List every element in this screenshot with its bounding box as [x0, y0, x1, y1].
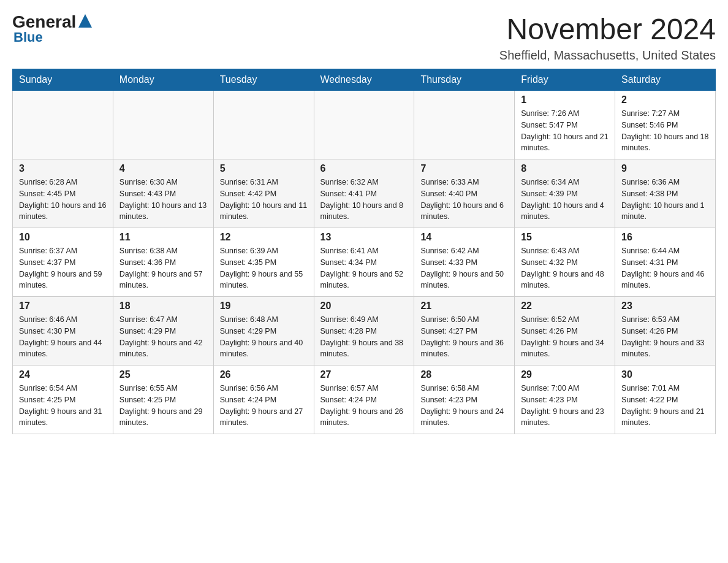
day-number: 29: [521, 369, 609, 380]
calendar-cell: [414, 91, 515, 159]
logo-triangle-icon: [78, 14, 92, 30]
day-number: 18: [119, 301, 207, 312]
calendar-week-row: 24Sunrise: 6:54 AMSunset: 4:25 PMDayligh…: [13, 366, 716, 434]
calendar-header-sunday: Sunday: [13, 69, 113, 91]
calendar-header-tuesday: Tuesday: [213, 69, 314, 91]
day-info: Sunrise: 6:44 AMSunset: 4:31 PMDaylight:…: [621, 245, 709, 291]
day-info: Sunrise: 6:49 AMSunset: 4:28 PMDaylight:…: [320, 314, 408, 360]
day-number: 17: [19, 301, 107, 312]
calendar-cell: 5Sunrise: 6:31 AMSunset: 4:42 PMDaylight…: [213, 159, 314, 228]
day-number: 11: [119, 232, 207, 243]
calendar-table: SundayMondayTuesdayWednesdayThursdayFrid…: [12, 69, 716, 434]
day-info: Sunrise: 6:56 AMSunset: 4:24 PMDaylight:…: [220, 383, 308, 429]
day-info: Sunrise: 6:50 AMSunset: 4:27 PMDaylight:…: [420, 314, 508, 360]
calendar-week-row: 10Sunrise: 6:37 AMSunset: 4:37 PMDayligh…: [13, 228, 716, 297]
calendar-cell: 3Sunrise: 6:28 AMSunset: 4:45 PMDaylight…: [13, 159, 113, 228]
logo-blue-text: Blue: [13, 29, 43, 45]
calendar-week-row: 3Sunrise: 6:28 AMSunset: 4:45 PMDaylight…: [13, 159, 716, 228]
day-info: Sunrise: 6:57 AMSunset: 4:24 PMDaylight:…: [320, 383, 408, 429]
day-info: Sunrise: 6:55 AMSunset: 4:25 PMDaylight:…: [119, 383, 207, 429]
day-number: 14: [420, 232, 508, 243]
calendar-cell: 4Sunrise: 6:30 AMSunset: 4:43 PMDaylight…: [113, 159, 213, 228]
day-info: Sunrise: 6:43 AMSunset: 4:32 PMDaylight:…: [521, 245, 609, 291]
day-number: 13: [320, 232, 408, 243]
day-info: Sunrise: 6:36 AMSunset: 4:38 PMDaylight:…: [621, 177, 709, 223]
day-info: Sunrise: 6:37 AMSunset: 4:37 PMDaylight:…: [19, 245, 107, 291]
calendar-week-row: 17Sunrise: 6:46 AMSunset: 4:30 PMDayligh…: [13, 297, 716, 366]
calendar-cell: 18Sunrise: 6:47 AMSunset: 4:29 PMDayligh…: [113, 297, 213, 366]
calendar-week-row: 1Sunrise: 7:26 AMSunset: 5:47 PMDaylight…: [13, 91, 716, 159]
day-number: 19: [220, 301, 308, 312]
day-info: Sunrise: 6:52 AMSunset: 4:26 PMDaylight:…: [521, 314, 609, 360]
day-number: 30: [621, 369, 709, 380]
calendar-cell: 21Sunrise: 6:50 AMSunset: 4:27 PMDayligh…: [414, 297, 515, 366]
calendar-cell: [113, 91, 213, 159]
day-info: Sunrise: 6:31 AMSunset: 4:42 PMDaylight:…: [220, 177, 308, 223]
day-info: Sunrise: 6:42 AMSunset: 4:33 PMDaylight:…: [420, 245, 508, 291]
logo: General Blue: [12, 12, 92, 45]
day-number: 6: [320, 163, 408, 174]
calendar-cell: 30Sunrise: 7:01 AMSunset: 4:22 PMDayligh…: [615, 366, 716, 434]
calendar-cell: 14Sunrise: 6:42 AMSunset: 4:33 PMDayligh…: [414, 228, 515, 297]
day-info: Sunrise: 7:26 AMSunset: 5:47 PMDaylight:…: [521, 108, 609, 154]
calendar-cell: 24Sunrise: 6:54 AMSunset: 4:25 PMDayligh…: [13, 366, 113, 434]
day-number: 12: [220, 232, 308, 243]
day-number: 28: [420, 369, 508, 380]
calendar-header-wednesday: Wednesday: [314, 69, 414, 91]
day-info: Sunrise: 6:28 AMSunset: 4:45 PMDaylight:…: [19, 177, 107, 223]
day-number: 15: [521, 232, 609, 243]
calendar-cell: 10Sunrise: 6:37 AMSunset: 4:37 PMDayligh…: [13, 228, 113, 297]
day-info: Sunrise: 6:30 AMSunset: 4:43 PMDaylight:…: [119, 177, 207, 223]
day-number: 16: [621, 232, 709, 243]
svg-marker-0: [78, 14, 92, 28]
calendar-header-friday: Friday: [515, 69, 615, 91]
day-info: Sunrise: 6:33 AMSunset: 4:40 PMDaylight:…: [420, 177, 508, 223]
calendar-cell: 20Sunrise: 6:49 AMSunset: 4:28 PMDayligh…: [314, 297, 414, 366]
day-info: Sunrise: 7:27 AMSunset: 5:46 PMDaylight:…: [621, 108, 709, 154]
calendar-cell: [13, 91, 113, 159]
calendar-cell: 22Sunrise: 6:52 AMSunset: 4:26 PMDayligh…: [515, 297, 615, 366]
calendar-cell: 23Sunrise: 6:53 AMSunset: 4:26 PMDayligh…: [615, 297, 716, 366]
day-number: 24: [19, 369, 107, 380]
day-number: 23: [621, 301, 709, 312]
calendar-cell: 16Sunrise: 6:44 AMSunset: 4:31 PMDayligh…: [615, 228, 716, 297]
calendar-cell: 19Sunrise: 6:48 AMSunset: 4:29 PMDayligh…: [213, 297, 314, 366]
day-number: 21: [420, 301, 508, 312]
day-info: Sunrise: 6:54 AMSunset: 4:25 PMDaylight:…: [19, 383, 107, 429]
calendar-header-saturday: Saturday: [615, 69, 716, 91]
day-number: 10: [19, 232, 107, 243]
calendar-cell: 6Sunrise: 6:32 AMSunset: 4:41 PMDaylight…: [314, 159, 414, 228]
day-number: 1: [521, 94, 609, 105]
calendar-cell: 12Sunrise: 6:39 AMSunset: 4:35 PMDayligh…: [213, 228, 314, 297]
day-number: 2: [621, 94, 709, 105]
day-info: Sunrise: 6:38 AMSunset: 4:36 PMDaylight:…: [119, 245, 207, 291]
day-number: 22: [521, 301, 609, 312]
day-number: 5: [220, 163, 308, 174]
day-info: Sunrise: 7:00 AMSunset: 4:23 PMDaylight:…: [521, 383, 609, 429]
month-title: November 2024: [499, 12, 716, 46]
day-info: Sunrise: 7:01 AMSunset: 4:22 PMDaylight:…: [621, 383, 709, 429]
calendar-cell: 7Sunrise: 6:33 AMSunset: 4:40 PMDaylight…: [414, 159, 515, 228]
calendar-cell: [213, 91, 314, 159]
calendar-cell: 11Sunrise: 6:38 AMSunset: 4:36 PMDayligh…: [113, 228, 213, 297]
day-info: Sunrise: 6:58 AMSunset: 4:23 PMDaylight:…: [420, 383, 508, 429]
day-number: 3: [19, 163, 107, 174]
day-number: 4: [119, 163, 207, 174]
calendar-header-thursday: Thursday: [414, 69, 515, 91]
calendar-header-row: SundayMondayTuesdayWednesdayThursdayFrid…: [13, 69, 716, 91]
page-header: General Blue November 2024 Sheffield, Ma…: [12, 12, 716, 63]
calendar-cell: 9Sunrise: 6:36 AMSunset: 4:38 PMDaylight…: [615, 159, 716, 228]
calendar-cell: 1Sunrise: 7:26 AMSunset: 5:47 PMDaylight…: [515, 91, 615, 159]
day-number: 20: [320, 301, 408, 312]
calendar-cell: 29Sunrise: 7:00 AMSunset: 4:23 PMDayligh…: [515, 366, 615, 434]
day-number: 26: [220, 369, 308, 380]
day-info: Sunrise: 6:53 AMSunset: 4:26 PMDaylight:…: [621, 314, 709, 360]
day-info: Sunrise: 6:34 AMSunset: 4:39 PMDaylight:…: [521, 177, 609, 223]
day-info: Sunrise: 6:48 AMSunset: 4:29 PMDaylight:…: [220, 314, 308, 360]
day-info: Sunrise: 6:39 AMSunset: 4:35 PMDaylight:…: [220, 245, 308, 291]
day-info: Sunrise: 6:46 AMSunset: 4:30 PMDaylight:…: [19, 314, 107, 360]
calendar-cell: 17Sunrise: 6:46 AMSunset: 4:30 PMDayligh…: [13, 297, 113, 366]
day-number: 25: [119, 369, 207, 380]
day-info: Sunrise: 6:47 AMSunset: 4:29 PMDaylight:…: [119, 314, 207, 360]
calendar-cell: 28Sunrise: 6:58 AMSunset: 4:23 PMDayligh…: [414, 366, 515, 434]
